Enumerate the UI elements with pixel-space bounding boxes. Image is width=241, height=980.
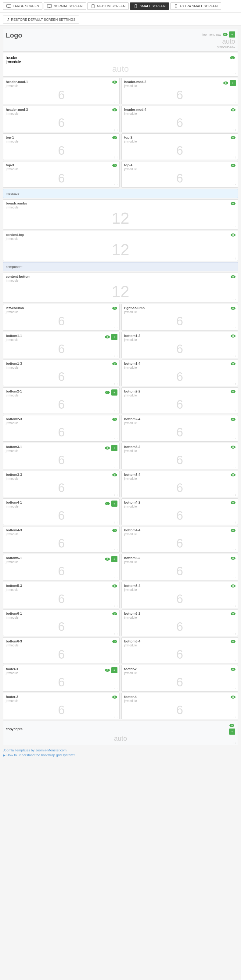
bottom5-3-eye[interactable]	[112, 584, 117, 588]
bottom1-2-eye[interactable]	[230, 334, 236, 338]
footer-1-eye[interactable]	[105, 668, 110, 672]
svg-rect-9	[175, 5, 177, 8]
bottom4-row1: bottom4-1+ jrrmodule 6 ⋮⋮ bottom4-2 jrrm…	[3, 498, 238, 525]
bottom2-1-eye[interactable]	[105, 390, 110, 395]
logo-row: Logo top-menu-nav + auto prmodule/row	[3, 29, 238, 52]
bottom5-2-eye[interactable]	[230, 556, 236, 560]
bottom3-2-eye[interactable]	[230, 445, 236, 449]
header-mod-3-eye[interactable]	[112, 108, 117, 112]
bottom2-1-add[interactable]: +	[111, 390, 117, 396]
bottom4-3-eye[interactable]	[112, 528, 117, 533]
svg-point-78	[233, 419, 234, 420]
normal-screen-btn[interactable]: NORMAL SCREEN	[44, 2, 86, 10]
svg-point-63	[114, 363, 115, 364]
bottom2-2-eye[interactable]	[230, 390, 236, 394]
bottom2-3-eye[interactable]	[112, 417, 117, 422]
copyrights-resize[interactable]: ⋮⋮	[232, 741, 237, 744]
bottom6-3-eye[interactable]	[112, 640, 117, 644]
bottom1-1-eye[interactable]	[105, 335, 110, 339]
lc-resize[interactable]: ⋮⋮	[114, 326, 118, 329]
rc-resize[interactable]: ⋮⋮	[232, 326, 237, 329]
top-2-eye[interactable]	[230, 135, 236, 140]
bottom3-1-eye[interactable]	[105, 446, 110, 450]
content-bottom-resize[interactable]: ⋮⋮	[232, 299, 237, 302]
breadcrumbs-num: 12	[6, 209, 235, 228]
bottom3-1-add[interactable]: +	[111, 445, 117, 451]
footer-3-eye[interactable]	[112, 695, 117, 699]
header-mod-1-eye[interactable]	[112, 80, 117, 84]
bottom2-4-eye[interactable]	[230, 417, 236, 422]
header-eye-icon[interactable]	[230, 56, 235, 60]
content-top-resize[interactable]: ⋮⋮	[232, 257, 237, 260]
hm3-resize[interactable]: ⋮⋮	[114, 128, 118, 131]
t4-resize[interactable]: ⋮⋮	[232, 184, 237, 186]
svg-point-114	[233, 586, 234, 587]
hm2-resize[interactable]: ⋮⋮	[232, 100, 237, 103]
bottom6-4-eye[interactable]	[230, 640, 236, 644]
breadcrumbs-eye[interactable]	[230, 201, 236, 206]
svg-point-123	[114, 641, 115, 642]
hm1-resize[interactable]: ⋮⋮	[114, 100, 118, 103]
copyrights-eye[interactable]	[229, 723, 235, 728]
footer-2-eye[interactable]	[230, 667, 236, 671]
svg-rect-0	[7, 5, 11, 7]
bottom3-4-eye[interactable]	[230, 473, 236, 477]
header-mod-2-add-btn[interactable]: +	[230, 80, 236, 86]
bottom4-2-eye[interactable]	[230, 501, 236, 505]
bottom4-1-box: bottom4-1+ jrrmodule 6 ⋮⋮	[3, 498, 120, 525]
how-link-text: How to understand the bootstrap grid sys…	[6, 753, 75, 757]
svg-point-135	[114, 697, 115, 698]
t2-resize[interactable]: ⋮⋮	[232, 156, 237, 159]
bottom1-4-eye[interactable]	[230, 362, 236, 366]
content-bottom-eye[interactable]	[230, 275, 236, 279]
breadcrumbs-resize[interactable]: ⋮⋮	[232, 226, 237, 228]
bottom6-2-eye[interactable]	[230, 612, 236, 616]
large-screen-btn[interactable]: LARGE SCREEN	[3, 2, 43, 10]
bottom5-1-add[interactable]: +	[111, 556, 117, 562]
how-link[interactable]: ▶ How to understand the bootstrap grid s…	[3, 753, 238, 757]
bottom1-3-eye[interactable]	[112, 362, 117, 366]
t3-resize[interactable]: ⋮⋮	[114, 184, 118, 186]
small-screen-btn[interactable]: SMALL SCREEN	[130, 2, 169, 10]
t1-resize[interactable]: ⋮⋮	[114, 156, 118, 159]
top-4-eye[interactable]	[230, 163, 236, 167]
svg-point-48	[233, 277, 234, 277]
content-top-label: content-top	[6, 233, 24, 237]
copyrights-add-btn[interactable]: +	[229, 729, 235, 735]
bottom3-3-eye[interactable]	[112, 473, 117, 477]
bottom4-4-eye[interactable]	[230, 528, 236, 533]
top-3-eye[interactable]	[112, 163, 117, 167]
bottom2-3-label: bottom2-3	[6, 417, 22, 421]
hm4-resize[interactable]: ⋮⋮	[232, 128, 237, 131]
extra-small-screen-btn[interactable]: EXTRA SMALL SCREEN	[170, 2, 221, 10]
left-column-eye[interactable]	[112, 306, 117, 310]
top-1-eye[interactable]	[112, 135, 117, 140]
top-menu-add-btn[interactable]: +	[229, 32, 235, 38]
right-column-num: 6	[124, 314, 235, 328]
svg-point-45	[233, 235, 234, 235]
header-auto: auto	[6, 64, 235, 74]
bottom5-1-eye[interactable]	[105, 557, 110, 561]
footer-4-eye[interactable]	[230, 695, 236, 699]
medium-screen-btn[interactable]: MEDIUM SCREEN	[87, 2, 129, 10]
svg-rect-3	[47, 5, 52, 7]
bottom1-2-label: bottom1-2	[124, 334, 140, 337]
header-mod-4-eye[interactable]	[230, 108, 236, 112]
bottom1-1-box: bottom1-1+ jrrmodule 6 ⋮⋮	[3, 332, 120, 358]
bottom6-row2: bottom6-3 jrrmodule 6 ⋮⋮ bottom6-4 jrrmo…	[3, 637, 238, 664]
bottom1-1-add[interactable]: +	[111, 334, 117, 340]
bottom4-1-eye[interactable]	[105, 501, 110, 506]
content-top-eye[interactable]	[230, 233, 236, 237]
bottom6-1-eye[interactable]	[112, 612, 117, 616]
right-column-eye[interactable]	[230, 306, 236, 310]
header-mod-4-num: 6	[124, 115, 235, 130]
header-mod-2-eye[interactable]	[223, 81, 228, 85]
top-1-box: top-1 jrrmodule 6 ⋮⋮	[3, 134, 120, 160]
bottom5-4-eye[interactable]	[230, 584, 236, 588]
top-menu-eye-icon[interactable]	[222, 32, 228, 37]
bottom4-4-label: bottom4-4	[124, 528, 140, 532]
restore-defaults-btn[interactable]: ↺ RESTORE DEFAULT SCREEN SETTINGS	[3, 16, 79, 24]
header-resize[interactable]: ⋮⋮	[232, 73, 237, 75]
footer-1-add[interactable]: +	[111, 667, 117, 673]
bottom4-1-add[interactable]: +	[111, 501, 117, 507]
